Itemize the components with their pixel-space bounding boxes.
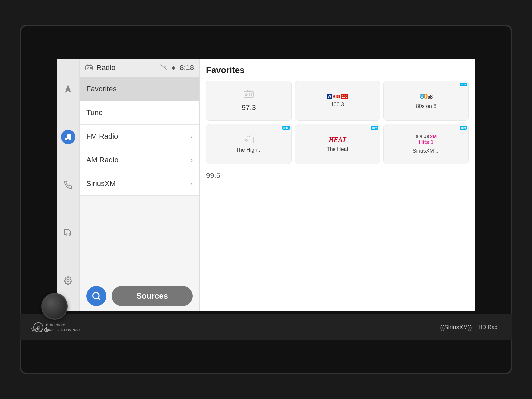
hd-radio-branding: HD Radi bbox=[479, 324, 499, 330]
fav-name-heat: The Heat bbox=[327, 146, 348, 152]
car-icon[interactable] bbox=[61, 225, 75, 240]
fav-name-high: The High... bbox=[236, 147, 262, 153]
menu-item-label-am: AM Radio bbox=[86, 156, 119, 164]
hits1-logo: SIRIUS XM Hits 1 bbox=[416, 134, 437, 145]
menu-item-favorites[interactable]: Favorites bbox=[80, 77, 199, 101]
menu-items-list: Favorites Tune FM Radio › AM Radio › Sir… bbox=[80, 77, 199, 281]
sxm-badge-80s: sxm bbox=[460, 83, 467, 86]
fav-card-high[interactable]: sxm The High... bbox=[206, 124, 292, 164]
device-frame: Radio ∗ 8:18 Favorites bbox=[20, 25, 512, 374]
menu-bottom: Sources bbox=[80, 281, 199, 311]
am-arrow-icon: › bbox=[191, 157, 193, 164]
music-icon[interactable] bbox=[61, 130, 75, 144]
menu-header: Radio ∗ 8:18 bbox=[80, 59, 199, 77]
svg-point-5 bbox=[87, 67, 88, 68]
menu-item-label-siriusxm: SiriusXM bbox=[86, 179, 116, 188]
menu-item-am[interactable]: AM Radio › bbox=[80, 148, 199, 172]
svg-point-2 bbox=[69, 234, 70, 235]
sxm-badge-hits1: sxm bbox=[460, 126, 467, 130]
svg-point-10 bbox=[93, 293, 99, 299]
80s-logo: 80s8 bbox=[420, 92, 432, 101]
fav-freq-973: 97.3 bbox=[242, 103, 256, 112]
navigation-icon[interactable] bbox=[61, 82, 75, 96]
fav-card-heat[interactable]: sxm HEAT The Heat bbox=[295, 124, 380, 164]
siriusxm-arrow-icon: › bbox=[191, 180, 193, 187]
svg-marker-0 bbox=[66, 85, 70, 92]
screen: Radio ∗ 8:18 Favorites bbox=[57, 59, 475, 311]
sxm-badge-heat: sxm bbox=[371, 126, 378, 130]
siriusxm-branding: ((SiriusXM)) bbox=[440, 324, 472, 331]
fav-name-80s: 80s on 8 bbox=[416, 103, 436, 109]
radio-icon-high bbox=[243, 135, 254, 145]
bottom-bar: g gracenote A NIELSEN COMPANY VOL ⏻ ((Si… bbox=[20, 314, 512, 340]
fav-name-wbig: 100.3 bbox=[331, 102, 344, 108]
vol-knob-area bbox=[41, 293, 68, 320]
power-icon: ⏻ bbox=[44, 327, 50, 333]
sources-button[interactable]: Sources bbox=[112, 286, 193, 306]
fav-card-wbig[interactable]: W BIG 100 100.3 bbox=[295, 81, 380, 121]
clock: 8:18 bbox=[180, 64, 194, 72]
radio-header-icon bbox=[85, 63, 93, 72]
wbig-logo: W BIG 100 bbox=[327, 94, 348, 99]
phone-icon[interactable] bbox=[61, 178, 75, 192]
menu-item-label-favorites: Favorites bbox=[86, 85, 116, 93]
menu-panel: Radio ∗ 8:18 Favorites bbox=[80, 59, 200, 311]
svg-point-1 bbox=[66, 234, 67, 235]
menu-item-siriusxm[interactable]: SiriusXM › bbox=[80, 172, 199, 196]
svg-point-12 bbox=[245, 94, 247, 96]
favorites-panel: Favorites 97.3 bbox=[200, 59, 475, 311]
gracenote-text: gracenote A NIELSEN COMPANY bbox=[46, 322, 80, 332]
svg-point-3 bbox=[67, 280, 69, 282]
heat-logo: HEAT bbox=[329, 136, 346, 144]
search-button[interactable] bbox=[86, 286, 106, 306]
status-bar: ∗ 8:18 bbox=[160, 64, 194, 72]
sxm-badge-high: sxm bbox=[282, 126, 290, 130]
vol-area: VOL ⏻ bbox=[31, 327, 50, 333]
radio-icon-973 bbox=[243, 89, 254, 99]
favorites-grid: 97.3 W BIG 100 100.3 sxm bbox=[206, 81, 469, 164]
bluetooth-icon: ∗ bbox=[171, 64, 176, 72]
menu-item-label-fm: FM Radio bbox=[86, 132, 118, 141]
settings-icon[interactable] bbox=[61, 273, 75, 288]
sidebar bbox=[57, 59, 80, 311]
fm-arrow-icon: › bbox=[191, 133, 193, 140]
fav-name-hits1: SiriusXM ... bbox=[413, 148, 440, 154]
bottom-right: ((SiriusXM)) HD Radi bbox=[440, 324, 499, 331]
menu-item-label-tune: Tune bbox=[86, 108, 103, 117]
current-frequency: 99.5 bbox=[206, 171, 469, 180]
svg-point-17 bbox=[245, 139, 247, 141]
menu-title: Radio bbox=[96, 64, 160, 72]
fav-card-973[interactable]: 97.3 bbox=[206, 81, 292, 121]
vol-label: VOL ⏻ bbox=[31, 327, 50, 333]
fav-card-hits1[interactable]: sxm SIRIUS XM Hits 1 SiriusXM ... bbox=[383, 124, 469, 164]
menu-item-tune[interactable]: Tune bbox=[80, 101, 199, 125]
fav-card-80s[interactable]: sxm 80s8 80s on 8 bbox=[383, 81, 469, 121]
favorites-title: Favorites bbox=[206, 65, 469, 75]
vol-knob[interactable] bbox=[41, 293, 68, 320]
no-signal-icon bbox=[160, 64, 167, 72]
menu-item-fm[interactable]: FM Radio › bbox=[80, 125, 199, 148]
